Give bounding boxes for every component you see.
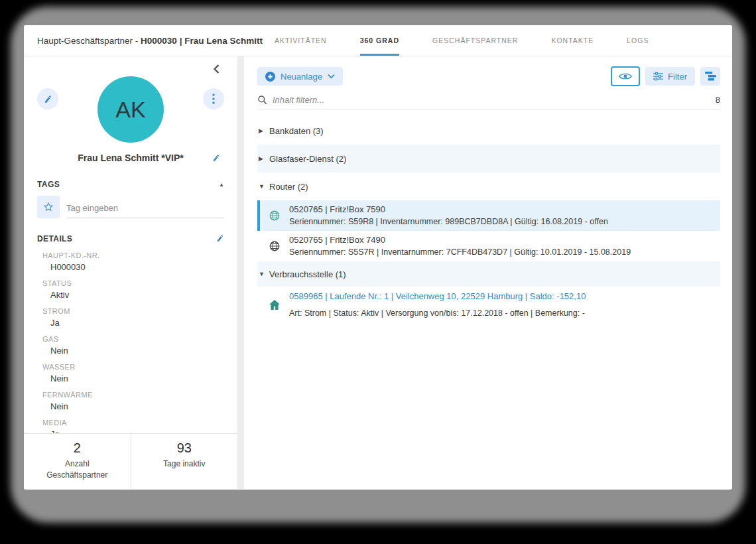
tags-header: TAGS ▲: [37, 180, 224, 189]
more-menu-button[interactable]: [203, 88, 224, 109]
field-label: GAS: [37, 335, 224, 344]
section-label: Router (2): [269, 182, 308, 192]
object-sections: ▶ Bankdaten (3) ▶ Glasfaser-Dienst (2) ▼…: [257, 117, 720, 323]
field-label: FERNWÄRME: [37, 391, 224, 399]
favorite-tag-button[interactable]: [37, 196, 60, 218]
field-label: STROM: [37, 307, 224, 316]
stat-label: Anzahl: [65, 459, 90, 468]
toolbar: Neuanlage Filter: [257, 66, 720, 86]
section-header-glasfaser-dienst[interactable]: ▶ Glasfaser-Dienst (2): [257, 145, 720, 172]
pencil-icon: [212, 153, 221, 163]
stat-label: Geschäftspartner: [46, 470, 107, 480]
tab-360-grad[interactable]: 360 GRAD: [360, 25, 399, 56]
globe-icon: [260, 240, 289, 252]
chevron-right-icon: ▶: [257, 127, 269, 134]
search-icon: [257, 95, 267, 105]
chevron-down-icon: ▼: [257, 271, 269, 277]
field-label: HAUPT-KD.-NR.: [37, 251, 224, 260]
globe-icon: [260, 210, 289, 222]
sliders-icon: [653, 72, 663, 81]
avatar: AK: [97, 76, 164, 143]
section-label: Bankdaten (3): [269, 126, 324, 136]
tab-bar: AKTIVITÄTEN 360 GRAD GESCHÄFTSPARTNER KO…: [275, 25, 649, 56]
page-title-partner: H000030 | Frau Lena Schmitt: [141, 36, 263, 46]
section-header-bankdaten[interactable]: ▶ Bankdaten (3): [257, 117, 720, 145]
plus-circle-icon: [265, 72, 275, 82]
field-value: Ja: [37, 318, 224, 328]
item-subtitle: Seriennummer: S59R8 | Inventarnummer: 98…: [289, 216, 608, 227]
tag-input[interactable]: [66, 198, 224, 218]
partner-sidebar: AK Frau Lena Schmitt *VIP* TAGS ▲: [24, 56, 237, 489]
content-filter-row: 8: [257, 90, 720, 110]
tag-entry-row: [37, 196, 224, 218]
neuanlage-button[interactable]: Neuanlage: [257, 67, 343, 86]
field-value: H000030: [37, 262, 224, 272]
detail-field-wasser: WASSER Nein: [37, 363, 224, 383]
kebab-menu-icon: [212, 94, 215, 104]
filter-button[interactable]: Filter: [645, 67, 695, 86]
router-item-fritzbox-7490[interactable]: 0520765 | Fritz!Box 7490 Seriennummer: S…: [257, 231, 720, 261]
toggle-view-button[interactable]: [611, 66, 640, 86]
sidebar-collapse-button[interactable]: [213, 64, 220, 76]
name-row: Frau Lena Schmitt *VIP*: [37, 152, 224, 164]
field-value: Nein: [37, 374, 224, 383]
partner-stats: 2 AnzahlGeschäftspartner 93 Tage inaktiv: [24, 433, 237, 489]
router-item-fritzbox-7590[interactable]: 0520765 | Fritz!Box 7590 Seriennummer: S…: [257, 200, 720, 231]
detail-field-hauptkdnr: HAUPT-KD.-NR. H000030: [37, 251, 224, 272]
edit-avatar-button[interactable]: [37, 88, 58, 109]
section-header-verbrauchsstelle[interactable]: ▼ Verbrauchsstelle (1): [257, 261, 720, 287]
stat-value: 93: [131, 441, 238, 456]
content-filter-input[interactable]: [273, 95, 710, 105]
detail-field-status: STATUS Aktiv: [37, 279, 224, 300]
chevron-right-icon: ▶: [257, 155, 269, 162]
filter-button-label: Filter: [668, 72, 687, 82]
partner-name: Frau Lena Schmitt *VIP*: [78, 153, 183, 163]
section-header-router[interactable]: ▼ Router (2): [257, 172, 720, 200]
detail-field-fernwaerme: FERNWÄRME Nein: [37, 391, 224, 411]
toolbar-right: Filter: [611, 66, 720, 86]
avatar-row: AK: [37, 76, 224, 143]
chevron-down-icon: [328, 74, 335, 79]
field-value: Nein: [37, 401, 224, 411]
chevron-down-icon: ▼: [257, 183, 269, 190]
tab-logs[interactable]: LOGS: [627, 25, 649, 56]
details-panel: DETAILS HAUPT-KD.-NR. H000030 STATUS Akt…: [37, 233, 224, 439]
stat-value: 2: [24, 441, 131, 456]
pencil-icon: [43, 94, 53, 104]
detail-field-strom: STROM Ja: [37, 307, 224, 328]
details-header: DETAILS: [37, 233, 224, 245]
app-window: Haupt-Geschäftspartner - H000030 | Frau …: [24, 25, 732, 490]
tree-view-icon: [705, 72, 716, 81]
header: Haupt-Geschäftspartner - H000030 | Frau …: [24, 25, 732, 56]
item-subtitle: Art: Strom | Status: Aktiv | Versorgung …: [289, 308, 586, 318]
eye-icon: [619, 72, 632, 81]
home-icon: [260, 299, 289, 310]
stat-anzahl-geschaeftspartner: 2 AnzahlGeschäftspartner: [24, 434, 131, 489]
edit-name-button[interactable]: [212, 153, 220, 165]
tab-aktivitaeten[interactable]: AKTIVITÄTEN: [275, 25, 327, 56]
stat-label: Tage inaktiv: [163, 459, 205, 468]
field-label: WASSER: [37, 363, 224, 372]
pencil-icon: [216, 234, 225, 243]
item-title-link[interactable]: 0589965 | Laufende Nr.: 1 | Veilchenweg …: [289, 291, 586, 302]
neuanlage-label: Neuanlage: [281, 72, 322, 82]
avatar-initials: AK: [115, 97, 145, 123]
tab-geschaeftspartner[interactable]: GESCHÄFTSPARTNER: [432, 25, 518, 56]
field-value: Aktiv: [37, 290, 224, 300]
stat-tage-inaktiv: 93 Tage inaktiv: [131, 434, 238, 489]
chevron-left-icon: [213, 64, 220, 74]
verbrauchsstelle-item[interactable]: 0589965 | Laufende Nr.: 1 | Veilchenweg …: [257, 287, 720, 323]
detail-field-gas: GAS Nein: [37, 335, 224, 356]
field-value: Nein: [37, 346, 224, 356]
tab-kontakte[interactable]: KONTAKTE: [551, 25, 594, 56]
tags-heading: TAGS: [37, 180, 60, 189]
sidebar-divider: [237, 56, 244, 489]
result-count: 8: [716, 95, 720, 105]
item-subtitle: Seriennummer: S5S7R | Inventarnummer: 7C…: [289, 247, 631, 257]
field-label: STATUS: [37, 279, 224, 288]
collapse-tags-button[interactable]: ▲: [219, 182, 224, 188]
hierarchy-view-button[interactable]: [700, 67, 720, 86]
edit-details-button[interactable]: [216, 233, 224, 245]
section-label: Glasfaser-Dienst (2): [269, 154, 346, 164]
item-title: 0520765 | Fritz!Box 7490: [289, 235, 631, 245]
